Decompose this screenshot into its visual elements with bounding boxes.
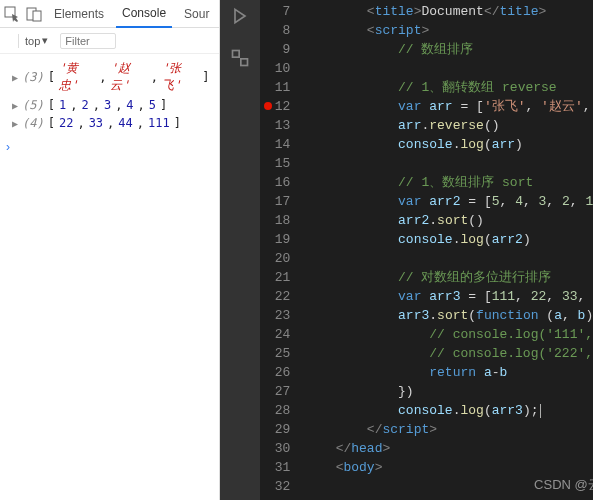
line-number[interactable]: 33 xyxy=(260,496,290,500)
code-line[interactable]: var arr = ['张飞', '赵云', '黄忠'] xyxy=(304,97,593,116)
line-number[interactable]: 18 xyxy=(260,211,290,230)
code-line[interactable]: console.log(arr) xyxy=(304,135,593,154)
line-number[interactable]: 16 xyxy=(260,173,290,192)
code-line[interactable]: // 对数组的多位进行排序 xyxy=(304,268,593,287)
array-length: (4) xyxy=(22,116,44,130)
split-icon[interactable] xyxy=(230,48,250,74)
line-number[interactable]: 13 xyxy=(260,116,290,135)
line-number[interactable]: 19 xyxy=(260,230,290,249)
code-line[interactable]: <title>Document</title> xyxy=(304,2,593,21)
activity-bar xyxy=(220,0,260,500)
watermark: CSDN @云端源想 xyxy=(534,475,593,494)
console-toolbar: top ▾ xyxy=(0,28,219,54)
line-number[interactable]: 28 xyxy=(260,401,290,420)
run-icon[interactable] xyxy=(230,6,250,32)
code-editor: 7891011121314151617181920212223242526272… xyxy=(220,0,593,500)
line-number[interactable]: 9 xyxy=(260,40,290,59)
line-number[interactable]: 31 xyxy=(260,458,290,477)
console-output: ▶(3)['黄忠', '赵云', '张飞']▶(5)[1, 2, 3, 4, 5… xyxy=(0,54,219,136)
code-line[interactable]: // 数组排序 xyxy=(304,40,593,59)
code-line[interactable]: arr.reverse() xyxy=(304,116,593,135)
separator xyxy=(18,34,19,48)
chevron-down-icon: ▾ xyxy=(42,34,48,47)
code-line[interactable]: // 1、翻转数组 reverse xyxy=(304,78,593,97)
line-number[interactable]: 10 xyxy=(260,59,290,78)
expand-icon[interactable]: ▶ xyxy=(12,118,18,129)
line-number[interactable]: 11 xyxy=(260,78,290,97)
expand-icon[interactable]: ▶ xyxy=(12,72,18,83)
line-number[interactable]: 32 xyxy=(260,477,290,496)
line-number[interactable]: 26 xyxy=(260,363,290,382)
code-line[interactable]: arr3.sort(function (a, b) { xyxy=(304,306,593,325)
code-line[interactable]: </script> xyxy=(304,420,593,439)
inspect-icon[interactable] xyxy=(4,6,20,22)
code-line[interactable]: var arr2 = [5, 4, 3, 2, 1] xyxy=(304,192,593,211)
svg-rect-9 xyxy=(233,51,240,58)
text-cursor xyxy=(540,404,541,418)
line-number[interactable]: 8 xyxy=(260,21,290,40)
line-number[interactable]: 24 xyxy=(260,325,290,344)
console-row[interactable]: ▶(3)['黄忠', '赵云', '张飞'] xyxy=(4,58,215,96)
code-line[interactable] xyxy=(304,59,593,78)
line-number[interactable]: 27 xyxy=(260,382,290,401)
devtools-panel: Elements Console Sour top ▾ ▶(3)['黄忠', '… xyxy=(0,0,220,500)
filter-input[interactable] xyxy=(60,33,116,49)
code-line[interactable]: <script> xyxy=(304,21,593,40)
code-line[interactable]: </head> xyxy=(304,439,593,458)
line-number[interactable]: 14 xyxy=(260,135,290,154)
context-dropdown[interactable]: top ▾ xyxy=(25,34,48,47)
line-number[interactable]: 17 xyxy=(260,192,290,211)
code-line[interactable]: var arr3 = [111, 22, 33, 44] xyxy=(304,287,593,306)
line-number[interactable]: 30 xyxy=(260,439,290,458)
console-row[interactable]: ▶(5)[1, 2, 3, 4, 5] xyxy=(4,96,215,114)
code-line[interactable]: arr2.sort() xyxy=(304,211,593,230)
line-number[interactable]: 15 xyxy=(260,154,290,173)
console-row[interactable]: ▶(4)[22, 33, 44, 111] xyxy=(4,114,215,132)
devtools-tabbar: Elements Console Sour xyxy=(0,0,219,28)
array-length: (3) xyxy=(22,70,44,84)
code-line[interactable]: return a-b xyxy=(304,363,593,382)
line-number[interactable]: 20 xyxy=(260,249,290,268)
tab-console[interactable]: Console xyxy=(116,0,172,28)
line-number[interactable]: 22 xyxy=(260,287,290,306)
code-line[interactable]: // console.log('222', b) xyxy=(304,344,593,363)
device-toggle-icon[interactable] xyxy=(26,6,42,22)
array-length: (5) xyxy=(22,98,44,112)
code-line[interactable] xyxy=(304,249,593,268)
code-line[interactable]: }) xyxy=(304,382,593,401)
line-gutter[interactable]: 7891011121314151617181920212223242526272… xyxy=(260,0,300,500)
tab-elements[interactable]: Elements xyxy=(48,1,110,27)
line-number[interactable]: 25 xyxy=(260,344,290,363)
console-prompt[interactable]: › xyxy=(0,136,219,158)
tab-sources[interactable]: Sour xyxy=(178,1,215,27)
code-line[interactable]: // console.log('111', a) xyxy=(304,325,593,344)
line-number[interactable]: 21 xyxy=(260,268,290,287)
expand-icon[interactable]: ▶ xyxy=(12,100,18,111)
line-number[interactable]: 23 xyxy=(260,306,290,325)
code-area[interactable]: <title>Document</title> <script> // 数组排序… xyxy=(300,0,593,500)
svg-rect-10 xyxy=(241,59,248,66)
svg-rect-2 xyxy=(33,11,41,21)
code-line[interactable]: </body> xyxy=(304,496,593,500)
code-line[interactable] xyxy=(304,154,593,173)
line-number[interactable]: 7 xyxy=(260,2,290,21)
code-line[interactable]: console.log(arr2) xyxy=(304,230,593,249)
code-line[interactable]: // 1、数组排序 sort xyxy=(304,173,593,192)
line-number[interactable]: 29 xyxy=(260,420,290,439)
code-line[interactable]: console.log(arr3); xyxy=(304,401,593,420)
